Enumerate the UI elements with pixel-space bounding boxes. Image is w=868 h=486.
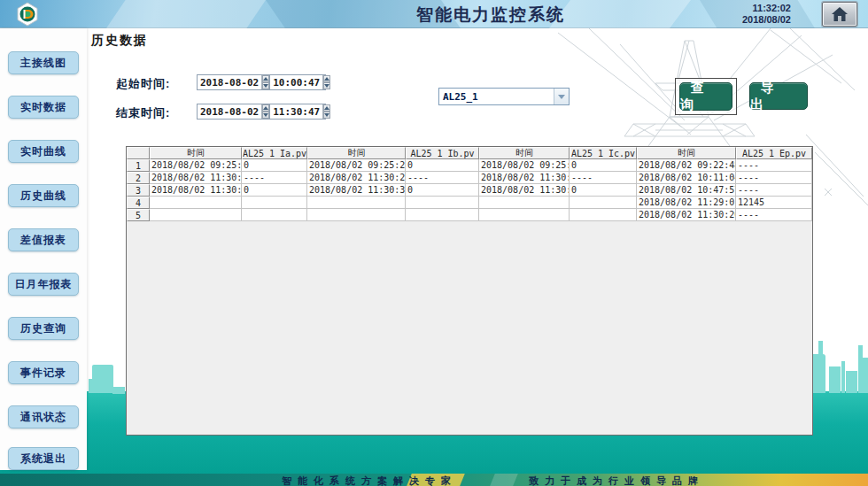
skyline-building bbox=[818, 341, 823, 393]
table-cell[interactable]: ---- bbox=[736, 159, 812, 172]
sidebar-item-4[interactable]: 差值报表 bbox=[8, 228, 79, 251]
sidebar: 主接线图实时数据实时曲线历史曲线差值报表日月年报表历史查询事件记录通讯状态系统退… bbox=[0, 28, 87, 470]
table-cell[interactable]: 2018/08/02 10:11:04 bbox=[637, 172, 736, 184]
skyline-building bbox=[863, 358, 868, 393]
table-cell[interactable]: ---- bbox=[570, 172, 637, 184]
table-cell[interactable] bbox=[570, 209, 637, 221]
row-number-cell: 4 bbox=[127, 197, 150, 209]
table-row: 42018/08/02 11:29:0112145 bbox=[127, 197, 812, 209]
table-header-cell: 时间 bbox=[637, 147, 736, 159]
history-table: 时间AL25_1_Ia.pv时间AL25_1_Ib.pv时间AL25_1_Ic.… bbox=[127, 147, 812, 221]
table-cell[interactable]: 0 bbox=[406, 159, 479, 172]
table-cell[interactable]: 2018/08/02 09:25:2 bbox=[150, 159, 242, 172]
page-title: 历史数据 bbox=[91, 33, 148, 49]
table-cell[interactable]: 0 bbox=[570, 184, 637, 197]
table-cell[interactable]: ---- bbox=[736, 172, 812, 184]
table-cell[interactable]: 0 bbox=[406, 184, 479, 197]
start-time-value[interactable]: 10:00:47 bbox=[269, 75, 322, 89]
skyline-building bbox=[829, 366, 841, 393]
table-cell[interactable]: 0 bbox=[242, 159, 307, 172]
table-cell[interactable]: 2018/08/02 09:25:2 bbox=[479, 159, 570, 172]
end-date-value[interactable]: 2018-08-02 bbox=[198, 104, 261, 119]
table-cell[interactable] bbox=[150, 197, 242, 209]
start-time-label: 起始时间: bbox=[116, 76, 170, 92]
table-cell[interactable] bbox=[570, 197, 637, 209]
start-time-spinner[interactable] bbox=[322, 75, 330, 89]
table-header-cell: 时间 bbox=[307, 147, 406, 159]
table-cell[interactable] bbox=[307, 197, 406, 209]
end-time-spinner[interactable] bbox=[322, 104, 330, 119]
sidebar-item-0[interactable]: 主接线图 bbox=[8, 51, 79, 74]
sidebar-item-2[interactable]: 实时曲线 bbox=[8, 140, 79, 163]
table-cell[interactable]: 2018/08/02 09:25:26 bbox=[307, 159, 406, 172]
export-button[interactable]: 导出 bbox=[749, 82, 808, 110]
sidebar-item-3[interactable]: 历史曲线 bbox=[8, 184, 79, 207]
table-cell[interactable]: 0 bbox=[570, 159, 637, 172]
sidebar-item-7[interactable]: 事件记录 bbox=[8, 361, 79, 384]
table-cell[interactable]: 2018/08/02 10:47:57 bbox=[637, 184, 736, 197]
app-title: 智能电力监控系统 bbox=[416, 4, 565, 27]
end-datetime-picker[interactable]: 2018-08-02 11:30:47 bbox=[197, 104, 326, 120]
clock-date: 2018/08/02 bbox=[742, 14, 791, 26]
table-cell[interactable]: 2018/08/02 11:30:32 bbox=[307, 184, 406, 197]
brand-logo bbox=[14, 2, 41, 27]
skyline-building bbox=[112, 387, 125, 394]
table-cell[interactable] bbox=[479, 209, 570, 221]
dropdown-button[interactable] bbox=[554, 89, 569, 104]
start-date-spinner[interactable] bbox=[261, 75, 269, 89]
table-cell[interactable] bbox=[479, 197, 570, 209]
table-cell[interactable]: ---- bbox=[736, 184, 812, 197]
sidebar-item-6[interactable]: 历史查询 bbox=[8, 317, 79, 340]
sidebar-item-1[interactable]: 实时数据 bbox=[8, 96, 79, 119]
table-cell[interactable]: 2018/08/02 11:29:01 bbox=[637, 197, 736, 209]
footer-pattern bbox=[490, 474, 518, 486]
table-cell[interactable]: 2018/08/02 09:22:48 bbox=[637, 159, 736, 172]
table-cell[interactable] bbox=[242, 209, 307, 221]
start-date-value[interactable]: 2018-08-02 bbox=[198, 75, 261, 89]
table-header-cell: AL25_1_Ep.pv bbox=[736, 147, 812, 159]
end-time-value[interactable]: 11:30:47 bbox=[269, 104, 322, 119]
table-cell[interactable]: 2018/08/02 11:30:26 bbox=[307, 172, 406, 184]
end-time-label: 结束时间: bbox=[116, 105, 170, 121]
table-cell[interactable]: 2018/08/02 11:30:26 bbox=[637, 209, 736, 221]
table-cell[interactable]: 2018/08/02 11:30:2 bbox=[479, 172, 570, 184]
table-row: 52018/08/02 11:30:26---- bbox=[127, 209, 812, 221]
query-button-focus-frame: 查询 bbox=[675, 78, 737, 115]
table-cell[interactable]: 2018/08/02 11:30:3 bbox=[150, 184, 242, 197]
header-pattern bbox=[549, 0, 691, 28]
header-clock: 11:32:02 2018/08/02 bbox=[742, 3, 791, 26]
end-date-spinner[interactable] bbox=[261, 104, 269, 119]
table-cell[interactable] bbox=[307, 209, 406, 221]
app-header: 智能电力监控系统 11:32:02 2018/08/02 bbox=[0, 0, 868, 28]
table-cell[interactable]: ---- bbox=[736, 209, 812, 221]
table-cell[interactable]: ---- bbox=[242, 172, 307, 184]
table-row: 22018/08/02 11:30:2----2018/08/02 11:30:… bbox=[127, 172, 812, 184]
table-header-cell: AL25_1_Ic.pv bbox=[570, 147, 637, 159]
table-header-cell: AL25_1_Ia.pv bbox=[242, 147, 307, 159]
table-cell[interactable] bbox=[150, 209, 242, 221]
row-number-cell: 5 bbox=[127, 209, 150, 221]
table-cell[interactable] bbox=[406, 197, 479, 209]
table-cell[interactable]: 12145 bbox=[736, 197, 812, 209]
query-button[interactable]: 查询 bbox=[679, 82, 732, 111]
table-cell[interactable]: ---- bbox=[406, 172, 479, 184]
table-row: 32018/08/02 11:30:302018/08/02 11:30:320… bbox=[127, 184, 812, 197]
home-icon bbox=[831, 6, 849, 22]
table-row: 12018/08/02 09:25:202018/08/02 09:25:260… bbox=[127, 159, 812, 172]
sidebar-item-8[interactable]: 通讯状态 bbox=[8, 405, 79, 428]
home-button[interactable] bbox=[822, 2, 857, 27]
sidebar-item-5[interactable]: 日月年报表 bbox=[8, 273, 79, 296]
footer-band: 智能化系统方案解决专家 致力于成为行业领导品牌 bbox=[0, 474, 868, 486]
table-cell[interactable] bbox=[242, 197, 307, 209]
sidebar-item-9[interactable]: 系统退出 bbox=[8, 447, 79, 470]
table-cell[interactable]: 2018/08/02 11:30:3 bbox=[479, 184, 570, 197]
device-select[interactable]: AL25_1 bbox=[438, 88, 570, 105]
footer-slogan-left: 智能化系统方案解决专家 bbox=[282, 474, 457, 486]
skyline-building bbox=[92, 365, 113, 393]
table-header-cell: 时间 bbox=[150, 147, 242, 159]
start-datetime-picker[interactable]: 2018-08-02 10:00:47 bbox=[197, 74, 326, 90]
table-cell[interactable] bbox=[406, 209, 479, 221]
table-cell[interactable]: 0 bbox=[242, 184, 307, 197]
table-cell[interactable]: 2018/08/02 11:30:2 bbox=[150, 172, 242, 184]
clock-time: 11:32:02 bbox=[742, 3, 791, 14]
